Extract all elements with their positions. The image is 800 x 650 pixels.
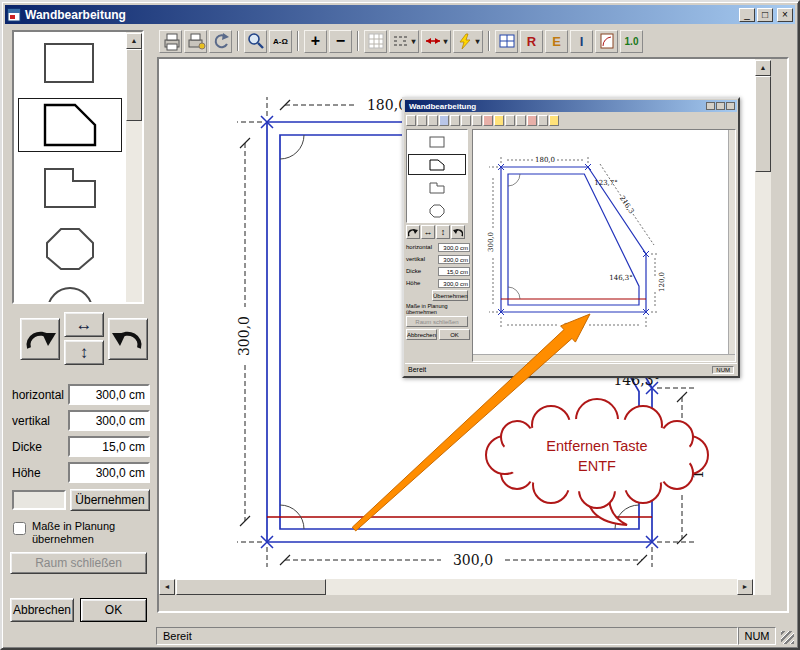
inset-toolbar-icon[interactable] bbox=[494, 115, 504, 126]
rotate-left-button[interactable] bbox=[20, 318, 60, 360]
inset-toolbar-icon[interactable] bbox=[538, 115, 548, 126]
resize-grip-icon[interactable] bbox=[781, 631, 794, 644]
inset-dicke-value[interactable]: 15,0 cm bbox=[438, 267, 470, 276]
shape-item-rectangle[interactable] bbox=[14, 32, 126, 94]
shape-item-cut-corner[interactable] bbox=[14, 94, 126, 156]
inset-vertical-scrollbar[interactable] bbox=[728, 130, 735, 361]
inset-mirror-vertical-button[interactable]: ↕ bbox=[436, 225, 450, 239]
dicke-input[interactable] bbox=[68, 436, 150, 457]
inset-hoehe-value[interactable]: 300,0 cm bbox=[438, 279, 470, 288]
inset-corner-markers bbox=[498, 164, 649, 315]
scroll-down-icon[interactable]: ▼ bbox=[142, 286, 144, 302]
inset-toolbar-icon[interactable] bbox=[406, 115, 416, 126]
inset-wall-drawing: 180,0 300,0 300,0 120,0 216,3 123,7° 146… bbox=[473, 130, 733, 352]
close-room-button[interactable]: Raum schließen bbox=[10, 552, 147, 574]
print-options-icon[interactable] bbox=[184, 30, 207, 53]
inset-toolbar-icon[interactable] bbox=[417, 115, 427, 126]
print-icon[interactable] bbox=[159, 30, 182, 53]
inset-wall-outline bbox=[501, 167, 646, 312]
scroll-up-icon[interactable]: ▲ bbox=[126, 33, 142, 49]
inset-ok-button[interactable]: OK bbox=[439, 329, 470, 340]
dimension-arrows-icon[interactable]: ▾ bbox=[421, 30, 451, 53]
zoom-out-icon[interactable]: − bbox=[329, 30, 352, 53]
canvas-scroll-right-icon[interactable]: ► bbox=[737, 579, 753, 595]
canvas-vertical-scrollbar[interactable]: ▲ ▼ bbox=[755, 59, 771, 595]
grid-icon[interactable] bbox=[364, 30, 387, 53]
canvas-vscroll-thumb[interactable] bbox=[755, 76, 771, 172]
room-grid-icon[interactable] bbox=[495, 30, 518, 53]
inset-rotate-left-button[interactable] bbox=[406, 225, 420, 239]
inset-horizontal-scrollbar[interactable] bbox=[473, 354, 735, 361]
minimize-button[interactable]: _ bbox=[739, 8, 755, 22]
inset-apply-button[interactable]: Übernehmen bbox=[432, 290, 468, 301]
inset-rotate-right-button[interactable] bbox=[451, 225, 465, 239]
drawing-canvas[interactable]: 180,0 300,0 300,0 120,0 146,3° Wandbearb… bbox=[159, 59, 771, 595]
canvas-hscroll-thumb[interactable] bbox=[176, 579, 326, 595]
canvas-horizontal-scrollbar[interactable]: ◄ ► bbox=[159, 579, 753, 595]
inset-toolbar-icon[interactable] bbox=[450, 115, 460, 126]
titlebar[interactable]: Wandbearbeitung _ □ × bbox=[5, 5, 795, 24]
shape-item-circle[interactable] bbox=[14, 280, 126, 302]
inset-field-row: Höhe300,0 cm bbox=[406, 277, 470, 289]
scale-icon[interactable]: 1.0 bbox=[620, 30, 643, 53]
inset-toolbar-icon[interactable] bbox=[527, 115, 537, 126]
inset-checkbox-line2: übernehmen bbox=[406, 309, 437, 315]
inset-shape-octagon[interactable] bbox=[407, 199, 467, 222]
auto-wall-icon[interactable]: ▾ bbox=[453, 30, 483, 53]
vertikal-input[interactable] bbox=[68, 410, 150, 431]
letter-r-icon[interactable]: R bbox=[520, 30, 543, 53]
close-button[interactable]: × bbox=[777, 8, 793, 22]
shape-item-octagon[interactable] bbox=[14, 218, 126, 280]
maximize-button[interactable]: □ bbox=[757, 8, 773, 22]
canvas-scroll-up-icon[interactable]: ▲ bbox=[755, 60, 771, 76]
inset-toolbar-icon[interactable] bbox=[461, 115, 471, 126]
cancel-button[interactable]: Abbrechen bbox=[10, 598, 74, 622]
inset-horizontal-value[interactable]: 300,0 cm bbox=[438, 243, 470, 252]
text-zoom-icon[interactable]: A-Ω bbox=[269, 30, 292, 53]
inset-toolbar-icon[interactable] bbox=[472, 115, 482, 126]
inset-window-title: Wandbearbeitung bbox=[409, 102, 705, 111]
dimension-style-icon[interactable]: ▾ bbox=[389, 30, 419, 53]
inset-shape-rectangle[interactable] bbox=[407, 130, 467, 153]
inset-dim-angle-top: 123,7° bbox=[594, 179, 618, 187]
inset-toolbar-icon[interactable] bbox=[439, 115, 449, 126]
zoom-in-icon[interactable]: + bbox=[304, 30, 327, 53]
hoehe-input[interactable] bbox=[68, 462, 150, 483]
inset-toolbar-icon[interactable] bbox=[516, 115, 526, 126]
planning-checkbox-line1: Maße in Planung bbox=[32, 520, 115, 532]
letter-i-icon[interactable]: I bbox=[570, 30, 593, 53]
inset-shape-l-shape[interactable] bbox=[407, 176, 467, 199]
planning-checkbox[interactable] bbox=[13, 522, 26, 535]
shape-list-scrollbar[interactable]: ▲ ▼ bbox=[126, 32, 142, 302]
inset-dimension-lines bbox=[489, 156, 659, 328]
door-icon[interactable] bbox=[595, 30, 618, 53]
mirror-vertical-button[interactable]: ↕ bbox=[64, 340, 104, 365]
inset-vertikal-value[interactable]: 300,0 cm bbox=[438, 255, 470, 264]
mirror-horizontal-button[interactable]: ↔ bbox=[64, 312, 104, 337]
inset-shape-cut-corner[interactable] bbox=[407, 153, 467, 176]
inset-angle-arcs bbox=[508, 174, 520, 299]
horizontal-input[interactable] bbox=[68, 384, 150, 405]
ok-button[interactable]: OK bbox=[80, 598, 147, 622]
inset-cancel-button[interactable]: Abbrechen bbox=[406, 329, 437, 340]
rotate-right-button[interactable] bbox=[108, 318, 148, 360]
shape-item-l-shape[interactable] bbox=[14, 156, 126, 218]
inset-toolbar-icon[interactable] bbox=[483, 115, 493, 126]
scrollbar-thumb[interactable] bbox=[126, 49, 142, 121]
inset-mirror-horizontal-button[interactable]: ↔ bbox=[421, 225, 435, 239]
undo-icon[interactable] bbox=[209, 30, 232, 53]
inset-window[interactable]: Wandbearbeitung ↔ ↕ bbox=[402, 97, 740, 378]
apply-button[interactable]: Übernehmen bbox=[70, 489, 150, 511]
inset-toolbar-icon[interactable] bbox=[505, 115, 515, 126]
zoom-icon[interactable] bbox=[244, 30, 267, 53]
letter-e-icon[interactable]: E bbox=[545, 30, 568, 53]
inset-field-row: vertikal300,0 cm bbox=[406, 253, 470, 265]
inset-close-room-button[interactable]: Raum schließen bbox=[406, 316, 468, 327]
canvas-frame: 180,0 300,0 300,0 120,0 146,3° Wandbearb… bbox=[157, 57, 789, 613]
inset-canvas[interactable]: 180,0 300,0 300,0 120,0 216,3 123,7° 146… bbox=[472, 129, 736, 362]
inset-toolbar-icon[interactable] bbox=[428, 115, 438, 126]
canvas-scroll-left-icon[interactable]: ◄ bbox=[159, 579, 175, 595]
vertikal-label: vertikal bbox=[12, 414, 50, 428]
inset-toolbar-icon[interactable] bbox=[549, 115, 559, 126]
wandbearbeitung-window: Wandbearbeitung _ □ × A-Ω + − ▾ ▾ ▾ R E … bbox=[0, 0, 800, 650]
